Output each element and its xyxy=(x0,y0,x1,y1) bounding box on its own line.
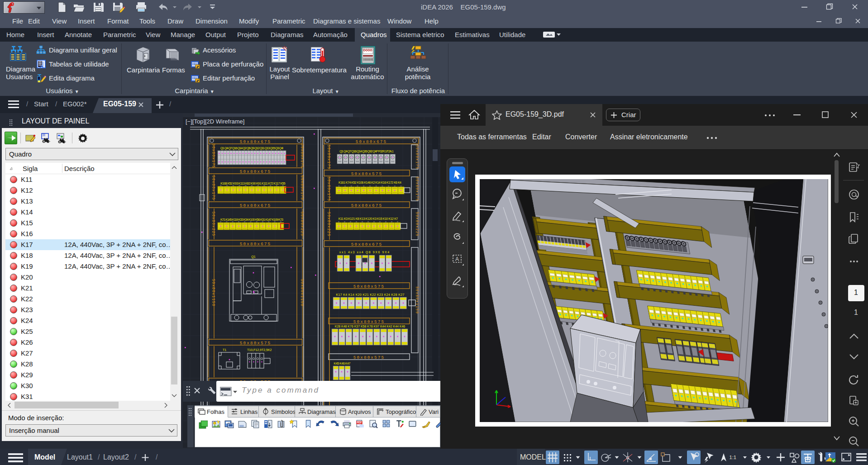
svg-text:50x80x575: 50x80x575 xyxy=(353,284,385,289)
svg-text:50x80x1150: 50x80x1150 xyxy=(300,279,304,306)
svg-text:1:1: 1:1 xyxy=(729,455,736,460)
svg-text:K45 K46 K47: K45 K46 K47 xyxy=(334,362,351,365)
svg-text:PDF: PDF xyxy=(357,421,362,424)
svg-text:50x80x1150: 50x80x1150 xyxy=(211,279,215,306)
svg-text:50x80x675: 50x80x675 xyxy=(240,242,271,247)
svg-text:50x80x225: 50x80x225 xyxy=(211,212,215,237)
svg-text:50x80x675: 50x80x675 xyxy=(240,169,271,174)
svg-text:50x80x175: 50x80x175 xyxy=(326,176,331,201)
svg-text:50x80x175: 50x80x175 xyxy=(326,145,331,170)
svg-text:50x80x225: 50x80x225 xyxy=(415,212,419,237)
svg-text:50x80x225: 50x80x225 xyxy=(300,212,304,237)
svg-text:50x80x575: 50x80x575 xyxy=(240,341,271,346)
svg-text:50x80x575: 50x80x575 xyxy=(353,319,385,324)
svg-text:[−][Top][2D Wireframe]: [−][Top][2D Wireframe] xyxy=(186,118,244,125)
svg-text:50x80x575: 50x80x575 xyxy=(353,355,385,360)
svg-text:K17 K4 K14 K20 K21 K22 K23 K24: K17 K4 K14 K20 K21 K22 K23 K24 K28 K27 xyxy=(336,293,405,296)
svg-text:T10,F12,9T2,5K2: T10,F12,9T2,5K2 xyxy=(247,348,272,351)
svg-text:K71 K145 K119 K33 K34 K100 K56: K71 K145 K119 K33 K34 K100 K56 K31 K147 … xyxy=(220,218,283,221)
svg-text:50x80x175: 50x80x175 xyxy=(415,145,419,170)
svg-text:50x80x175: 50x80x175 xyxy=(211,176,215,200)
svg-text:K11 K3 K121 K8 K13 K120 K3 K15: K11 K3 K121 K8 K13 K120 K3 K15 K10 K12 K… xyxy=(339,217,398,220)
svg-text:K28 K48 K76 K37 K58 K78 K97 K4: K28 K48 K76 K37 K58 K78 K97 K44 K42 K44 … xyxy=(335,325,405,328)
svg-text:50x80x175: 50x80x175 xyxy=(300,143,304,168)
svg-text:50x80x675: 50x80x675 xyxy=(240,139,271,144)
svg-text:A: A xyxy=(455,256,459,262)
svg-text:50x80x175: 50x80x175 xyxy=(300,176,304,200)
svg-text:50x80x175: 50x80x175 xyxy=(211,143,215,168)
svg-text:K168 K52 K93 K113 K82 K90 K91: K168 K52 K93 K113 K82 K90 K91 K111 K72 K… xyxy=(220,182,286,185)
svg-text:50x80x675: 50x80x675 xyxy=(356,139,387,144)
svg-text:50x80x675: 50x80x675 xyxy=(240,203,271,208)
svg-text:50x80x675: 50x80x675 xyxy=(351,242,382,247)
svg-text:50x80x225: 50x80x225 xyxy=(326,212,331,237)
svg-text:50x80x575: 50x80x575 xyxy=(351,171,382,176)
svg-text:T1: T1 xyxy=(223,348,226,351)
svg-text:50x80x675: 50x80x675 xyxy=(351,203,382,208)
svg-text:K161 K74 K52 K106 K146 K2 K14: K161 K74 K52 K106 K146 K2 K14 K16 K172 K… xyxy=(339,181,401,184)
svg-text:Q1 Q4 Q7 Q16 Q14 Q26 Q92 Q4P F: Q1 Q4 Q7 Q16 Q14 Q26 Q92 Q4P F02R.1/T2A.… xyxy=(339,150,394,153)
svg-text:Q1: Q1 xyxy=(251,255,255,259)
svg-text:Q1 Q4 Q7 Q16 Q14 Q2 Q6 Q9 Q12: Q1 Q4 Q7 Q16 Q14 Q2 Q6 Q9 Q12 Q11 Q13 Q1… xyxy=(220,147,283,150)
svg-text:50x80x175: 50x80x175 xyxy=(415,176,419,201)
svg-text:xx1 4x3 xx4 Q8 9X6 9X4: xx1 4x3 xx4 Q8 9X6 9X4 xyxy=(339,251,389,254)
